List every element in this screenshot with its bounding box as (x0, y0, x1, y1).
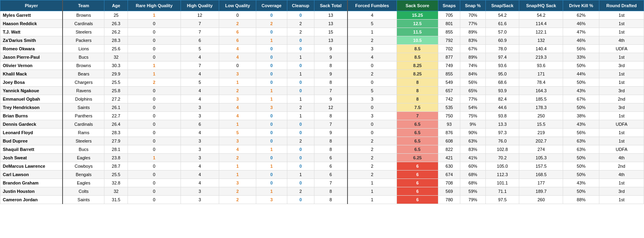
ff-cell: 5 (348, 20, 397, 28)
table-row: Leonard FloydRams28.304500906.587690%97.… (0, 129, 644, 137)
rare-hq-cell: 0 (128, 179, 181, 187)
lq-cell: 0 (219, 61, 256, 70)
drive-kill-cell: 43% (563, 87, 599, 95)
rare-hq-cell: 0 (128, 171, 181, 179)
lq-cell: 3 (219, 137, 256, 145)
snaps-cell: 801 (438, 20, 460, 28)
table-row: Jason Pierre-PaulBucs3204401948.587789%9… (0, 53, 644, 61)
table-row: Cameron JordanSaints31.50323081678079%97… (0, 196, 644, 204)
sack-total-cell: 6 (314, 171, 348, 179)
coverage-cell: 0 (256, 179, 287, 187)
cleanup-cell: 0 (287, 129, 314, 137)
player-name: Dennis Gardeck (0, 120, 63, 129)
sack-total-cell: 9 (314, 129, 348, 137)
snap-hq-sack-cell: 274 (519, 145, 563, 154)
team-cell: Dolphins (63, 95, 104, 103)
header-forced-fumbles: Forced Fumbles (348, 0, 397, 11)
snap-pct-cell: 63% (460, 137, 486, 145)
snaps-cell: 749 (438, 61, 460, 70)
team-cell: Cardinals (63, 20, 104, 28)
sack-total-cell: 9 (314, 45, 348, 53)
sack-score-cell: 8.5 (397, 53, 438, 61)
snap-hq-sack-cell: 15.5 (519, 120, 563, 129)
hq-cell: 6 (181, 120, 219, 129)
snap-sack-cell: 57.0 (485, 28, 519, 36)
table-row: Brian BurnsPanthers22.70340183775075%93.… (0, 112, 644, 120)
rare-hq-cell: 1 (128, 154, 181, 162)
snap-sack-cell: 97.4 (485, 53, 519, 61)
rare-hq-cell: 0 (128, 103, 181, 112)
team-cell: Lions (63, 45, 104, 53)
team-cell: Eagles (63, 179, 104, 187)
age-cell: 26.2 (104, 28, 128, 36)
rare-hq-cell: 1 (128, 70, 181, 78)
coverage-cell: 0 (256, 11, 287, 20)
rare-hq-cell: 0 (128, 129, 181, 137)
snaps-cell: 657 (438, 87, 460, 95)
age-cell: 22.7 (104, 112, 128, 120)
sack-score-cell: 8.25 (397, 70, 438, 78)
player-name: Trey Hendrickson (0, 103, 63, 112)
coverage-cell: 0 (256, 120, 287, 129)
drive-kill-cell: 50% (563, 162, 599, 171)
round-cell: 4th (599, 154, 644, 162)
snap-pct-cell: 54% (460, 103, 486, 112)
snaps-cell: 855 (438, 70, 460, 78)
sack-total-cell: 6 (314, 162, 348, 171)
age-cell: 25.8 (104, 87, 128, 95)
drive-kill-cell: 50% (563, 103, 599, 112)
rare-hq-cell: 2 (128, 78, 181, 87)
cleanup-cell: 1 (287, 95, 314, 103)
player-name: Romeo Okwara (0, 45, 63, 53)
snap-sack-cell: 44.6 (485, 103, 519, 112)
round-cell: 1st (599, 137, 644, 145)
snaps-cell: 702 (438, 45, 460, 53)
sack-score-cell: 11.5 (397, 28, 438, 36)
sack-total-cell: 8 (314, 78, 348, 87)
hq-cell: 3 (181, 154, 219, 162)
cleanup-cell: 2 (287, 137, 314, 145)
snap-pct-cell: 84% (460, 70, 486, 78)
ff-cell: 1 (348, 179, 397, 187)
sack-total-cell: 15 (314, 28, 348, 36)
snaps-cell: 705 (438, 11, 460, 20)
sack-total-cell: 8 (314, 137, 348, 145)
coverage-cell: 1 (256, 187, 287, 196)
ff-cell: 1 (348, 28, 397, 36)
sack-total-cell: 7 (314, 179, 348, 187)
coverage-cell: 2 (256, 20, 287, 28)
ff-cell: 0 (348, 129, 397, 137)
snap-hq-sack-cell: 168.5 (519, 171, 563, 179)
age-cell: 27.9 (104, 137, 128, 145)
lq-cell: 1 (219, 171, 256, 179)
snap-pct-cell: 79% (460, 196, 486, 204)
lq-cell: 1 (219, 120, 256, 129)
header-snap-hq-sack: Snap/HQ Sack (519, 0, 563, 11)
snap-pct-cell: 65% (460, 87, 486, 95)
cleanup-cell: 1 (287, 112, 314, 120)
drive-kill-cell: 63% (563, 137, 599, 145)
cleanup-cell: 0 (287, 154, 314, 162)
age-cell: 25.6 (104, 45, 128, 53)
hq-cell: 4 (181, 95, 219, 103)
ff-cell: 4 (348, 11, 397, 20)
table-row: Shaquil BarrettBucs28.103410826.582283%1… (0, 145, 644, 154)
age-cell: 26.3 (104, 20, 128, 28)
sack-score-cell: 6 (397, 171, 438, 179)
header-team: Team (63, 0, 104, 11)
header-lq: Low Quality (219, 0, 256, 11)
coverage-cell: 1 (256, 162, 287, 171)
coverage-cell: 0 (256, 154, 287, 162)
cleanup-cell: 0 (287, 162, 314, 171)
table-row: Brandon GrahamEagles32.80430071670868%10… (0, 179, 644, 187)
ff-cell: 1 (348, 196, 397, 204)
snaps-cell: 421 (438, 154, 460, 162)
sack-total-cell: 8 (314, 196, 348, 204)
table-row: Romeo OkwaraLions25.605400938.570267%78.… (0, 45, 644, 53)
rare-hq-cell: 0 (128, 53, 181, 61)
snaps-cell: 93 (438, 120, 460, 129)
snap-hq-sack-cell: 178.3 (519, 103, 563, 112)
drive-kill-cell: 56% (563, 129, 599, 137)
coverage-cell: 3 (256, 103, 287, 112)
rare-hq-cell: 0 (128, 137, 181, 145)
